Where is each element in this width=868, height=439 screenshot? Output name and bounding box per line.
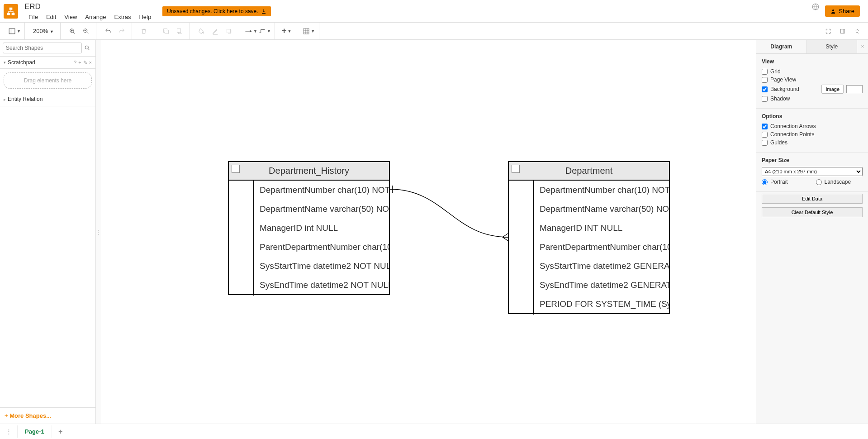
- right-panel-close[interactable]: ×: [857, 40, 868, 53]
- entity-department[interactable]: −DepartmentDepartmentNumber char(10) NOT…: [508, 161, 670, 314]
- landscape-radio[interactable]: [816, 179, 822, 185]
- entity-column[interactable]: DepartmentName varchar(50) NOT NULL: [534, 200, 669, 219]
- guides-checkbox[interactable]: [762, 140, 768, 146]
- portrait-radio[interactable]: [762, 179, 768, 185]
- zoom-out-button[interactable]: [80, 25, 92, 38]
- language-icon[interactable]: [811, 3, 820, 11]
- shadow-button[interactable]: [223, 25, 235, 38]
- unsaved-changes-button[interactable]: Unsaved changes. Click here to save.: [162, 6, 270, 16]
- table-button[interactable]: ▼: [303, 25, 315, 38]
- conn-points-checkbox[interactable]: [762, 132, 768, 138]
- entity-title[interactable]: −Department: [509, 162, 669, 181]
- entity-column[interactable]: ParentDepartmentNumber char(10) NULL: [534, 238, 669, 257]
- tab-diagram[interactable]: Diagram: [756, 40, 807, 53]
- guides-label: Guides: [770, 139, 863, 146]
- pageview-checkbox[interactable]: [762, 77, 768, 83]
- menu-file[interactable]: File: [24, 13, 42, 21]
- entity-department_history[interactable]: −Department_HistoryDepartmentNumber char…: [228, 161, 390, 295]
- canvas[interactable]: −Department_HistoryDepartmentNumber char…: [101, 40, 756, 424]
- chevron-down-icon: ▾: [4, 60, 6, 65]
- svg-line-8: [73, 32, 75, 33]
- background-checkbox[interactable]: [762, 86, 768, 92]
- format-panel-button[interactable]: [836, 25, 849, 38]
- menu-extras[interactable]: Extras: [110, 13, 135, 21]
- scratchpad-add-icon[interactable]: +: [78, 60, 81, 66]
- entity-column[interactable]: ManagerID int NULL: [254, 219, 389, 238]
- svg-rect-1: [7, 13, 10, 15]
- edit-data-button[interactable]: Edit Data: [762, 194, 863, 204]
- to-back-button[interactable]: [173, 25, 186, 38]
- svg-rect-0: [9, 7, 13, 10]
- document-title[interactable]: ERD: [24, 1, 155, 12]
- left-collapse-handle[interactable]: ⋮: [96, 223, 100, 241]
- scratchpad-close-icon[interactable]: ×: [89, 60, 92, 66]
- entity-column[interactable]: ManagerID INT NULL: [534, 219, 669, 238]
- shadow-label: Shadow: [770, 95, 863, 102]
- clear-default-style-button[interactable]: Clear Default Style: [762, 207, 863, 217]
- collapse-button[interactable]: [851, 25, 863, 38]
- entity-column[interactable]: PERIOD FOR SYSTEM_TIME (SysStartTime, Sy…: [534, 295, 669, 314]
- entity-column[interactable]: SysStartTime datetime2 GENERATED ALWAYS …: [534, 257, 669, 276]
- delete-button[interactable]: [138, 25, 150, 38]
- scratchpad-help-icon[interactable]: ?: [74, 60, 76, 66]
- svg-point-4: [832, 10, 834, 11]
- menu-arrange[interactable]: Arrange: [81, 13, 110, 21]
- entity-column[interactable]: DepartmentNumber char(10) NOT NULL: [254, 181, 389, 200]
- add-page-button[interactable]: +: [56, 427, 66, 437]
- share-button[interactable]: Share: [825, 5, 860, 17]
- scratchpad-edit-icon[interactable]: ✎: [83, 60, 87, 66]
- entity-column[interactable]: SysEndTime datetime2 NOT NULL: [254, 276, 389, 295]
- tab-style[interactable]: Style: [807, 40, 858, 53]
- page-tab-1[interactable]: Page-1: [17, 425, 52, 438]
- redo-button[interactable]: [115, 25, 128, 38]
- fullscreen-button[interactable]: [822, 25, 835, 38]
- conn-arrows-checkbox[interactable]: [762, 124, 768, 129]
- to-front-button[interactable]: [160, 25, 172, 38]
- menu-help[interactable]: Help: [135, 13, 155, 21]
- category-entity-relation[interactable]: Entity Relation: [0, 92, 95, 106]
- zoom-in-icon: [69, 28, 76, 35]
- waypoints-button[interactable]: ▼: [258, 25, 271, 38]
- bottombar: ⋮ Page-1 +: [0, 424, 868, 439]
- fill-color-button[interactable]: [195, 25, 208, 38]
- chevrons-icon: [854, 28, 860, 34]
- main-area: ▾ Scratchpad ? + ✎ × Drag elements here …: [0, 40, 868, 424]
- grid-checkbox[interactable]: [762, 69, 768, 75]
- entity-column[interactable]: DepartmentNumber char(10) NOT NULL: [534, 181, 669, 200]
- view-menu-button[interactable]: ▼: [8, 25, 21, 38]
- entity-column[interactable]: DepartmentName varchar(50) NOT NULL: [254, 200, 389, 219]
- entity-column[interactable]: SysStartTime datetime2 NOT NULL: [254, 257, 389, 276]
- background-label: Background: [770, 86, 819, 92]
- background-image-button[interactable]: Image: [821, 85, 844, 94]
- entity-collapse-icon[interactable]: −: [512, 165, 520, 173]
- connection-button[interactable]: ▼: [245, 25, 257, 38]
- background-color-swatch[interactable]: [846, 85, 863, 93]
- pages-menu-button[interactable]: ⋮: [4, 427, 14, 437]
- scratchpad-header[interactable]: ▾ Scratchpad ? + ✎ ×: [0, 57, 95, 69]
- to-front-icon: [162, 28, 170, 35]
- menu-view[interactable]: View: [60, 13, 81, 21]
- entity-title[interactable]: −Department_History: [229, 162, 389, 181]
- entity-collapse-icon[interactable]: −: [232, 165, 240, 173]
- app-logo[interactable]: [4, 4, 18, 19]
- title-menu-block: ERD File Edit View Arrange Extras Help: [24, 1, 155, 21]
- search-input[interactable]: [3, 43, 82, 53]
- svg-rect-2: [12, 13, 15, 15]
- menubar: File Edit View Arrange Extras Help: [24, 13, 155, 21]
- search-icon[interactable]: [82, 43, 93, 53]
- scratchpad-dropzone[interactable]: Drag elements here: [4, 72, 92, 89]
- undo-button[interactable]: [102, 25, 114, 38]
- shadow-checkbox[interactable]: [762, 96, 768, 102]
- pencil-icon: [212, 28, 219, 35]
- more-shapes-button[interactable]: + More Shapes...: [0, 407, 95, 424]
- right-panel: Diagram Style × View Grid Page View Back…: [756, 40, 868, 424]
- paper-size-select[interactable]: A4 (210 mm x 297 mm): [762, 167, 863, 176]
- pageview-label: Page View: [770, 76, 863, 83]
- insert-button[interactable]: +▼: [280, 25, 293, 38]
- zoom-in-button[interactable]: [66, 25, 79, 38]
- entity-column[interactable]: ParentDepartmentNumber char(10) NULL: [254, 238, 389, 257]
- line-color-button[interactable]: [209, 25, 222, 38]
- zoom-level[interactable]: 200% ▼: [30, 28, 57, 34]
- entity-column[interactable]: SysEndTime datetime2 GENERATED ALWAYS AS…: [534, 276, 669, 295]
- menu-edit[interactable]: Edit: [42, 13, 60, 21]
